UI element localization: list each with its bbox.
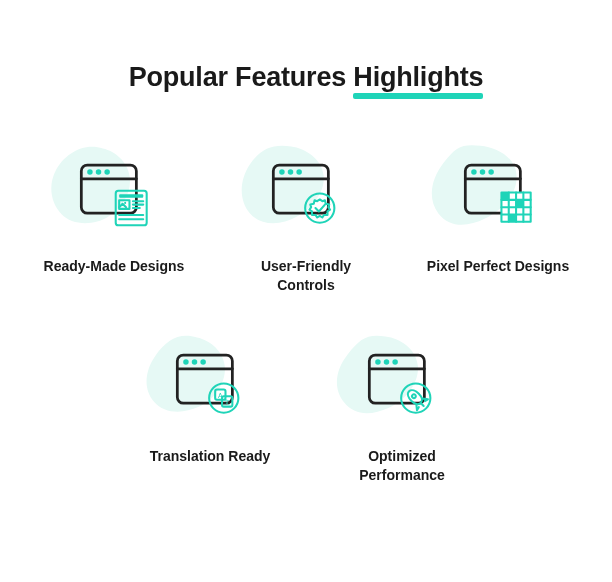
feature-label: Translation Ready <box>150 447 271 466</box>
svg-point-49 <box>392 359 398 365</box>
svg-point-47 <box>375 359 381 365</box>
feature-label: Optimized Performance <box>327 447 477 485</box>
svg-rect-32 <box>501 193 508 200</box>
svg-rect-33 <box>516 200 523 207</box>
feature-card: Ready-Made Designs <box>39 153 189 295</box>
svg-point-16 <box>279 169 285 175</box>
svg-point-51 <box>411 393 416 398</box>
feature-label: Pixel Perfect Designs <box>427 257 569 276</box>
svg-point-22 <box>471 169 477 175</box>
svg-point-39 <box>200 359 206 365</box>
svg-point-2 <box>87 169 93 175</box>
feature-card: Optimized Performance <box>327 343 477 485</box>
svg-line-52 <box>421 403 423 405</box>
page-title: Popular Features Highlights <box>129 62 484 93</box>
pixel-perfect-designs-icon <box>455 153 541 239</box>
title-highlight: Highlights <box>353 62 483 93</box>
svg-point-17 <box>288 169 294 175</box>
feature-card: User-Friendly Controls <box>231 153 381 295</box>
svg-text:文: 文 <box>224 398 230 405</box>
feature-card: Pixel Perfect Designs <box>423 153 573 295</box>
svg-point-3 <box>96 169 102 175</box>
feature-card: A 文 Translation Ready <box>135 343 285 485</box>
svg-point-8 <box>124 202 126 204</box>
svg-point-37 <box>183 359 189 365</box>
svg-rect-6 <box>119 194 143 197</box>
features-grid: Ready-Made Designs <box>0 153 612 485</box>
svg-point-4 <box>104 169 110 175</box>
svg-point-18 <box>296 169 302 175</box>
svg-point-23 <box>480 169 486 175</box>
svg-point-24 <box>488 169 494 175</box>
title-prefix: Popular Features <box>129 62 354 92</box>
feature-label: Ready-Made Designs <box>44 257 185 276</box>
feature-label: User-Friendly Controls <box>231 257 381 295</box>
svg-rect-34 <box>509 214 516 221</box>
translation-ready-icon: A 文 <box>167 343 253 429</box>
svg-point-48 <box>384 359 390 365</box>
svg-point-38 <box>192 359 198 365</box>
user-friendly-controls-icon <box>263 153 349 239</box>
ready-made-designs-icon <box>71 153 157 239</box>
optimized-performance-icon <box>359 343 445 429</box>
